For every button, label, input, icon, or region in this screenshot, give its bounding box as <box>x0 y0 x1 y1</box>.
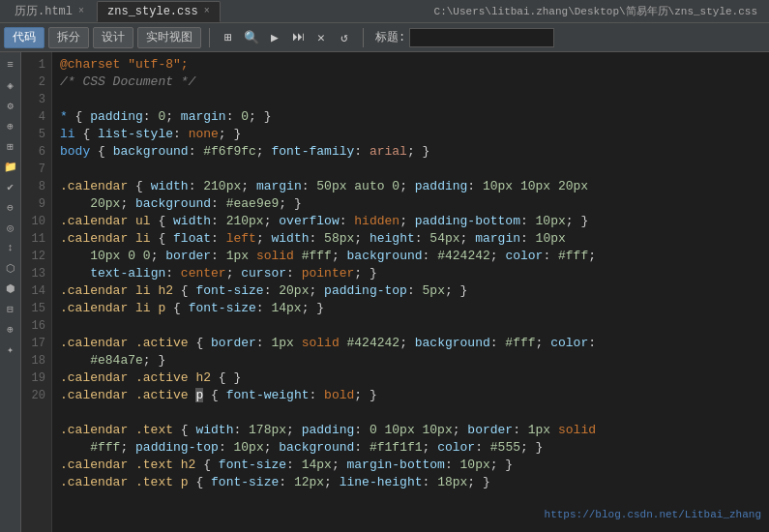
refresh-icon[interactable]: ↺ <box>334 27 355 48</box>
toolbar: 代码 拆分 设计 实时视图 ⊞ 🔍 ▶ ⏭ ✕ ↺ 标题: <box>0 23 769 52</box>
toolbar-separator-1 <box>209 28 210 47</box>
code-line-7 <box>60 161 761 178</box>
sidebar-icon-2[interactable]: ◈ <box>2 76 19 94</box>
code-line-13 <box>60 317 761 335</box>
stop-icon[interactable]: ✕ <box>311 27 332 48</box>
sidebar-icon-15[interactable]: ✦ <box>2 340 19 358</box>
line-num-7: 7 <box>21 161 45 178</box>
sidebar-icon-9[interactable]: ◎ <box>2 219 19 236</box>
line-num-14: 14 <box>21 282 45 300</box>
code-line-5: li { list-style: none; } <box>60 126 761 143</box>
toolbar-separator-2 <box>363 28 364 47</box>
sidebar-icon-11[interactable]: ⬡ <box>2 259 19 277</box>
line-numbers: 1 2 3 4 5 6 7 8 9 10 11 12 13 14 15 16 1… <box>21 52 52 532</box>
line-num-8: 8 <box>21 178 45 195</box>
line-num-17: 17 <box>21 335 45 352</box>
code-line-8: .calendar { width: 210px; margin: 50px a… <box>60 178 761 195</box>
sidebar-icon-10[interactable]: ↕ <box>2 239 19 256</box>
line-num-13: 13 <box>21 265 45 282</box>
btn-liveview[interactable]: 实时视图 <box>137 27 201 48</box>
code-line-11: .calendar li h2 { font-size: 20px; paddi… <box>60 282 761 300</box>
grid-icon[interactable]: ⊞ <box>218 27 239 48</box>
code-line-9: .calendar ul { width: 210px; overflow: h… <box>60 213 761 230</box>
line-num-11: 11 <box>21 230 45 248</box>
sidebar-icon-14[interactable]: ⊕ <box>2 320 19 338</box>
title-input[interactable] <box>409 28 554 47</box>
sidebar-icon-4[interactable]: ⊕ <box>2 117 19 134</box>
code-line-10b: 10px 0 0; border: 1px solid #fff; backgr… <box>60 248 761 265</box>
code-content[interactable]: @charset "utf-8"; /* CSS Document */ * {… <box>52 52 769 532</box>
search-icon[interactable]: 🔍 <box>241 27 262 48</box>
btn-split[interactable]: 拆分 <box>48 27 89 48</box>
line-num-16: 16 <box>21 317 45 335</box>
code-line-18: .calendar .text { width: 178px; padding:… <box>60 422 761 439</box>
line-num-19: 19 <box>21 369 45 387</box>
line-num-20: 20 <box>21 387 45 404</box>
code-line-3 <box>60 91 761 108</box>
line-num-9: 9 <box>21 195 45 213</box>
code-line-4: * { padding: 0; margin: 0; } <box>60 108 761 126</box>
code-line-19: .calendar .text h2 { font-size: 14px; ma… <box>60 457 761 474</box>
sidebar-icon-13[interactable]: ⊟ <box>2 300 19 317</box>
sidebar-icon-1[interactable]: ≡ <box>2 56 19 74</box>
sidebar-icon-8[interactable]: ⊖ <box>2 198 19 216</box>
code-line-10c: text-align: center; cursor: pointer; } <box>60 265 761 282</box>
left-sidebar: ≡ ◈ ⚙ ⊕ ⊞ 📁 ✔ ⊖ ◎ ↕ ⬡ ⬢ ⊟ ⊕ ✦ <box>0 52 21 532</box>
line-num-15: 15 <box>21 300 45 317</box>
btn-code[interactable]: 代码 <box>4 27 44 48</box>
sidebar-icon-5[interactable]: ⊞ <box>2 137 19 155</box>
title-label: 标题: <box>375 29 405 45</box>
code-line-12: .calendar li p { font-size: 14px; } <box>60 300 761 317</box>
close-tab-css-icon[interactable]: × <box>204 6 210 16</box>
tab-html[interactable]: 历历.html × <box>4 1 95 22</box>
sidebar-icon-6[interactable]: 📁 <box>2 158 19 175</box>
line-num-6: 6 <box>21 143 45 161</box>
line-num-3: 3 <box>21 91 45 108</box>
code-line-16: .calendar .active p { font-weight: bold;… <box>60 387 761 404</box>
title-bar: 历历.html × zns_style.css × C:\Users\litba… <box>0 0 769 23</box>
line-num-10: 10 <box>21 213 45 230</box>
code-line-6: body { background: #f6f9fc; font-family:… <box>60 143 761 161</box>
code-line-2: /* CSS Document */ <box>60 74 761 91</box>
code-line-17 <box>60 404 761 422</box>
code-line-14b: #e84a7e; } <box>60 352 761 369</box>
play-icon[interactable]: ▶ <box>264 27 285 48</box>
btn-design[interactable]: 设计 <box>93 27 133 48</box>
line-num-5: 5 <box>21 126 45 143</box>
editor-area: ≡ ◈ ⚙ ⊕ ⊞ 📁 ✔ ⊖ ◎ ↕ ⬡ ⬢ ⊟ ⊕ ✦ 1 2 3 4 5 … <box>0 52 769 532</box>
code-line-14: .calendar .active { border: 1px solid #4… <box>60 335 761 352</box>
sidebar-icon-3[interactable]: ⚙ <box>2 97 19 114</box>
code-line-15: .calendar .active h2 { } <box>60 369 761 387</box>
tab-css[interactable]: zns_style.css × <box>97 1 221 22</box>
line-num-1: 1 <box>21 56 45 74</box>
sidebar-icon-12[interactable]: ⬢ <box>2 280 19 297</box>
sidebar-icon-7[interactable]: ✔ <box>2 178 19 195</box>
close-tab-html-icon[interactable]: × <box>78 6 84 16</box>
file-path: C:\Users\litbai.zhang\Desktop\简易年历\zns_s… <box>434 4 765 18</box>
tab-css-label: zns_style.css <box>107 5 198 18</box>
play-next-icon[interactable]: ⏭ <box>287 27 309 48</box>
line-num-12: 12 <box>21 248 45 265</box>
line-num-18: 18 <box>21 352 45 369</box>
toolbar-icons: ⊞ 🔍 ▶ ⏭ ✕ ↺ <box>218 27 355 48</box>
line-num-4: 4 <box>21 108 45 126</box>
tab-html-label: 历历.html <box>15 3 73 19</box>
code-line-20: .calendar .text p { font-size: 12px; lin… <box>60 474 761 491</box>
line-num-2: 2 <box>21 74 45 91</box>
code-line-8b: 20px; background: #eae9e9; } <box>60 195 761 213</box>
code-line-18b: #fff; padding-top: 10px; background: #f1… <box>60 439 761 457</box>
code-line-1: @charset "utf-8"; <box>60 56 761 74</box>
code-line-10: .calendar li { float: left; width: 58px;… <box>60 230 761 248</box>
